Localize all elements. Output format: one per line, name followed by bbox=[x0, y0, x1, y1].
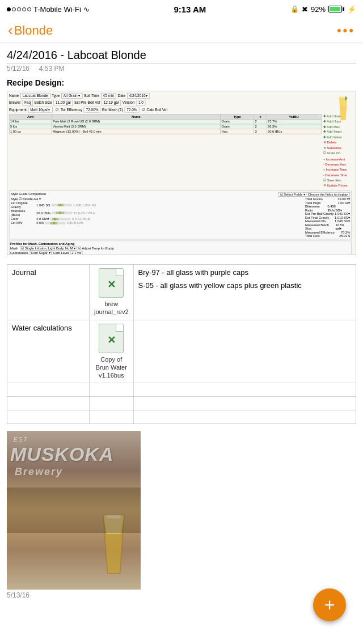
signal-dot-4 bbox=[22, 7, 26, 11]
empty-cell-1c bbox=[133, 383, 356, 397]
photo-section: EST MUSKOKA Brewery 5/13/16 bbox=[7, 431, 356, 601]
bluetooth-icon: ✖ bbox=[302, 5, 308, 14]
empty-cell-1a bbox=[7, 383, 90, 397]
empty-cell-3b bbox=[90, 410, 134, 424]
brewery-photo: EST MUSKOKA Brewery bbox=[7, 431, 141, 590]
excel-icon: ✕ bbox=[107, 278, 116, 291]
main-content: 4/24/2016 - Labcoat Blonde 5/12/16 4:53 … bbox=[0, 43, 363, 612]
back-label: Blonde bbox=[14, 23, 53, 38]
signal-dot-1 bbox=[7, 7, 11, 11]
empty-cell-3a bbox=[7, 410, 90, 424]
recipe-inner: Name Labcoat Blonde Type All Grain ▾ Boi… bbox=[7, 91, 353, 255]
empty-row-2 bbox=[7, 397, 356, 410]
status-time: 9:13 AM bbox=[174, 5, 206, 14]
status-right: 🔒 ✖ 92% ⚡ bbox=[290, 5, 356, 14]
brew-date: 5/12/16 bbox=[7, 65, 29, 73]
battery-percent: 92% bbox=[311, 5, 326, 14]
signal-dot-2 bbox=[12, 7, 16, 11]
nav-bar: ‹ Blonde ••• bbox=[0, 18, 363, 43]
journal-row: Journal ✕ brew journal_rev2 Bry-97 - all… bbox=[7, 265, 356, 320]
empty-cell-2b bbox=[90, 397, 134, 410]
battery-body bbox=[328, 6, 342, 12]
recipe-design-screenshot: Name Labcoat Blonde Type All Grain ▾ Boi… bbox=[7, 91, 356, 255]
journal-file-icon: ✕ bbox=[99, 268, 124, 298]
battery-fill bbox=[330, 7, 340, 11]
journal-file-icon-cell[interactable]: ✕ brew journal_rev2 bbox=[90, 265, 134, 320]
water-calc-label: Water calculations bbox=[7, 320, 90, 383]
water-calc-file-icon: ✕ bbox=[99, 324, 124, 353]
chevron-left-icon: ‹ bbox=[8, 22, 13, 39]
status-left: T-Mobile Wi-Fi ∿ bbox=[7, 5, 90, 14]
empty-cell-2a bbox=[7, 397, 90, 410]
photo-date: 5/13/16 bbox=[7, 590, 356, 601]
empty-row-1 bbox=[7, 383, 356, 397]
beer-glass-icon bbox=[335, 96, 351, 121]
empty-cell-3c bbox=[133, 410, 356, 424]
brewery-sub-overlay: Brewery bbox=[15, 466, 63, 478]
battery-icon bbox=[328, 6, 344, 12]
wifi-icon: ∿ bbox=[83, 5, 90, 14]
charging-icon: ⚡ bbox=[347, 5, 356, 14]
water-calc-notes-cell bbox=[133, 320, 356, 383]
empty-cell-1b bbox=[90, 383, 134, 397]
brew-title: 4/24/2016 - Labcoat Blonde bbox=[7, 49, 356, 63]
excel-icon-2: ✕ bbox=[107, 334, 116, 346]
brew-time: 4:53 PM bbox=[39, 65, 65, 73]
empty-cell-2c bbox=[133, 397, 356, 410]
journal-note-2: S-05 - all glass with yellow caps plus g… bbox=[138, 281, 351, 290]
brewery-name-overlay: MUSKOKA bbox=[10, 443, 114, 465]
water-calc-file-name: Copy of Brun Water v1.16bus bbox=[94, 355, 129, 380]
water-calc-row: Water calculations ✕ Copy of Brun Water … bbox=[7, 320, 356, 383]
brew-meta: 5/12/16 4:53 PM bbox=[7, 65, 356, 73]
recipe-design-label: Recipe Design: bbox=[7, 78, 356, 87]
carrier-label: T-Mobile Wi-Fi bbox=[33, 5, 81, 14]
svg-rect-4 bbox=[345, 96, 347, 100]
water-calc-file-icon-cell[interactable]: ✕ Copy of Brun Water v1.16bus bbox=[90, 320, 134, 383]
signal-dot-3 bbox=[17, 7, 21, 11]
journal-note-1: Bry-97 - all glass with purple caps bbox=[138, 268, 351, 277]
battery-tip bbox=[343, 7, 344, 11]
status-bar: T-Mobile Wi-Fi ∿ 9:13 AM 🔒 ✖ 92% ⚡ bbox=[0, 0, 363, 18]
more-options-button[interactable]: ••• bbox=[337, 23, 355, 38]
signal-dots bbox=[7, 7, 31, 11]
empty-row-3 bbox=[7, 410, 356, 424]
back-button[interactable]: ‹ Blonde bbox=[8, 22, 53, 39]
attachments-table: Journal ✕ brew journal_rev2 Bry-97 - all… bbox=[7, 264, 356, 424]
signal-dot-5 bbox=[27, 7, 31, 11]
lock-icon: 🔒 bbox=[290, 5, 299, 13]
journal-file-name: brew journal_rev2 bbox=[94, 300, 129, 316]
journal-label: Journal bbox=[7, 265, 90, 320]
journal-notes-cell: Bry-97 - all glass with purple caps S-05… bbox=[133, 265, 356, 320]
